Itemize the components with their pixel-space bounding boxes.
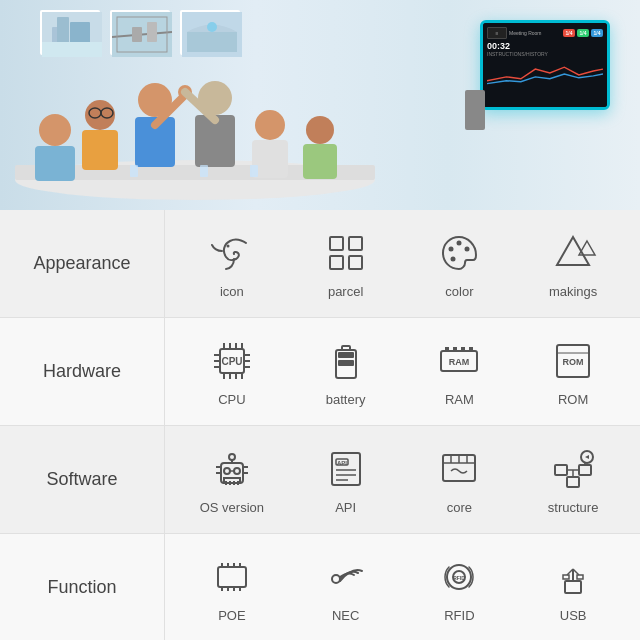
category-label-appearance: Appearance xyxy=(0,210,165,317)
usb-icon xyxy=(548,552,598,602)
svg-rect-71 xyxy=(461,347,465,351)
battery-label: battery xyxy=(326,392,366,407)
device-mount xyxy=(465,90,485,130)
cpu-icon: CPU xyxy=(207,336,257,386)
svg-rect-34 xyxy=(200,165,208,177)
item-cell-poe[interactable]: POE xyxy=(182,552,282,623)
wall-device: ≡ Meeting Room 1/4 1/4 1/4 00:32 INSTRUC… xyxy=(480,20,610,110)
category-row-function: Function POE NEC RFID RFID xyxy=(0,534,640,640)
item-cell-battery[interactable]: battery xyxy=(296,336,396,407)
ram-icon: RAM xyxy=(434,336,484,386)
svg-point-36 xyxy=(226,245,229,248)
api-icon: API xyxy=(321,444,371,494)
svg-rect-33 xyxy=(130,165,138,177)
meeting-scene xyxy=(0,10,390,210)
svg-point-41 xyxy=(449,247,454,252)
item-cell-api[interactable]: API API xyxy=(296,444,396,515)
parcel-label: parcel xyxy=(328,284,363,299)
icon-icon xyxy=(207,228,257,278)
item-cell-structure[interactable]: structure xyxy=(523,444,623,515)
svg-rect-72 xyxy=(469,347,473,351)
category-label-hardware: Hardware xyxy=(0,318,165,425)
rom-label: ROM xyxy=(558,392,588,407)
svg-rect-65 xyxy=(338,352,354,358)
poe-label: POE xyxy=(218,608,245,623)
svg-text:API: API xyxy=(337,460,347,466)
item-cell-nec[interactable]: NEC xyxy=(296,552,396,623)
svg-rect-103 xyxy=(579,465,591,475)
svg-rect-37 xyxy=(330,237,343,250)
device-btn-blue: 1/4 xyxy=(591,29,603,37)
svg-point-78 xyxy=(234,468,240,474)
item-cell-core[interactable]: core xyxy=(409,444,509,515)
category-label-function: Function xyxy=(0,534,165,640)
svg-point-77 xyxy=(224,468,230,474)
item-cell-usb[interactable]: USB xyxy=(523,552,623,623)
svg-rect-18 xyxy=(82,130,118,170)
item-cell-rfid[interactable]: RFID RFID xyxy=(409,552,509,623)
category-label-software: Software xyxy=(0,426,165,533)
header-image: ≡ Meeting Room 1/4 1/4 1/4 00:32 INSTRUC… xyxy=(0,0,640,210)
makings-label: makings xyxy=(549,284,597,299)
device-btn-red: 1/4 xyxy=(563,29,575,37)
category-items-appearance: icon parcel color makings xyxy=(165,228,640,299)
item-cell-ram[interactable]: RAM RAM xyxy=(409,336,509,407)
svg-point-44 xyxy=(451,257,456,262)
svg-rect-38 xyxy=(349,237,362,250)
rfid-label: RFID xyxy=(444,608,474,623)
usb-label: USB xyxy=(560,608,587,623)
svg-rect-109 xyxy=(218,567,246,587)
svg-point-118 xyxy=(332,575,340,583)
svg-rect-64 xyxy=(342,346,350,350)
svg-point-42 xyxy=(457,241,462,246)
makings-icon xyxy=(548,228,598,278)
icon-label: icon xyxy=(220,284,244,299)
api-label: API xyxy=(335,500,356,515)
core-label: core xyxy=(447,500,472,515)
item-cell-os-version[interactable]: OS version xyxy=(182,444,282,515)
svg-text:ROM: ROM xyxy=(563,357,584,367)
item-cell-color[interactable]: color xyxy=(409,228,509,299)
structure-icon xyxy=(548,444,598,494)
category-items-hardware: CPU CPU battery RAM R xyxy=(165,336,640,407)
svg-point-28 xyxy=(306,116,334,144)
svg-point-81 xyxy=(229,454,235,460)
item-cell-makings[interactable]: makings xyxy=(523,228,623,299)
color-icon xyxy=(434,228,484,278)
item-cell-icon[interactable]: icon xyxy=(182,228,282,299)
structure-label: structure xyxy=(548,500,599,515)
svg-rect-66 xyxy=(338,360,354,366)
item-cell-rom[interactable]: ROM ROM xyxy=(523,336,623,407)
category-row-hardware: Hardware CPU CPU battery RAM xyxy=(0,318,640,426)
svg-text:CPU: CPU xyxy=(221,356,242,367)
svg-point-43 xyxy=(465,247,470,252)
category-row-software: Software OS version API API xyxy=(0,426,640,534)
color-label: color xyxy=(445,284,473,299)
features-grid: Appearance icon parcel color makingsHard… xyxy=(0,210,640,640)
svg-rect-104 xyxy=(567,477,579,487)
item-cell-parcel[interactable]: parcel xyxy=(296,228,396,299)
item-cell-cpu[interactable]: CPU CPU xyxy=(182,336,282,407)
svg-rect-126 xyxy=(563,575,569,579)
battery-icon xyxy=(321,336,371,386)
svg-text:RAM: RAM xyxy=(449,357,470,367)
nec-label: NEC xyxy=(332,608,359,623)
parcel-icon xyxy=(321,228,371,278)
svg-rect-40 xyxy=(349,256,362,269)
ram-label: RAM xyxy=(445,392,474,407)
svg-point-15 xyxy=(39,114,71,146)
os-version-label: OS version xyxy=(200,500,264,515)
category-items-function: POE NEC RFID RFID USB xyxy=(165,552,640,623)
nec-icon xyxy=(321,552,371,602)
svg-rect-29 xyxy=(303,144,337,179)
svg-rect-102 xyxy=(555,465,567,475)
svg-text:RFID: RFID xyxy=(454,575,466,581)
poe-icon xyxy=(207,552,257,602)
rfid-icon: RFID xyxy=(434,552,484,602)
svg-marker-45 xyxy=(557,237,589,265)
device-chart xyxy=(487,59,603,87)
svg-rect-122 xyxy=(565,581,581,593)
device-time: 00:32 xyxy=(487,41,603,51)
core-icon xyxy=(434,444,484,494)
svg-rect-39 xyxy=(330,256,343,269)
